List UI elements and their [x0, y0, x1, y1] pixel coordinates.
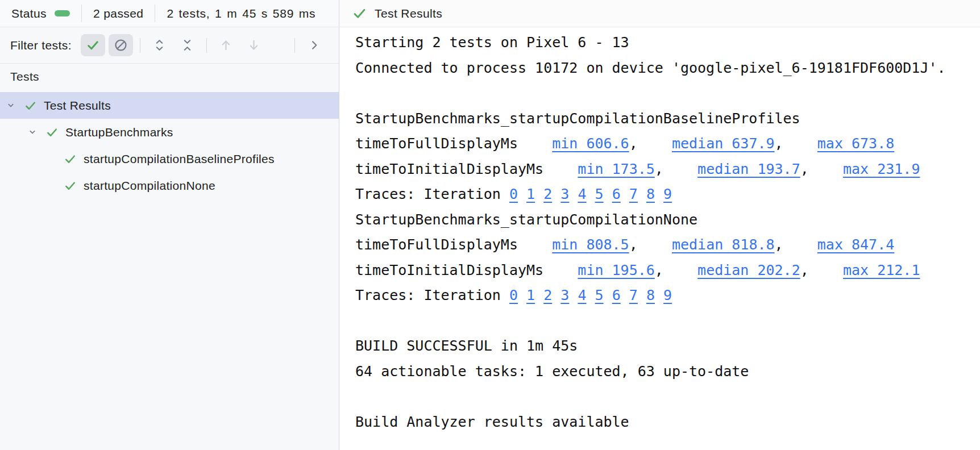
console-header: Test Results	[339, 0, 980, 27]
next-failed-test-button[interactable]	[242, 34, 266, 56]
console-link[interactable]: min 195.6	[578, 262, 654, 278]
previous-failed-test-button[interactable]	[214, 34, 238, 56]
filter-show-ignored-button[interactable]	[109, 34, 133, 56]
tree-header: Tests	[0, 64, 339, 90]
console-text: 64 actionable tasks: 1 executed, 63 up-t…	[355, 363, 749, 380]
console-link[interactable]: min 606.6	[552, 135, 629, 152]
console-link[interactable]: 7	[629, 287, 638, 303]
console-link[interactable]: 6	[612, 186, 621, 202]
console-link[interactable]: max 847.4	[817, 236, 894, 253]
check-icon	[86, 38, 100, 52]
console-text: timeToInitialDisplayMs	[355, 161, 578, 177]
console-link[interactable]: max 673.8	[817, 135, 894, 152]
console-text	[535, 186, 543, 202]
console-link[interactable]: 8	[646, 287, 655, 303]
console-text: timeToFullDisplayMs	[355, 135, 552, 152]
console-text	[655, 287, 663, 303]
console-text: ,	[800, 161, 843, 177]
console-text: Starting 2 tests on Pixel 6 - 13	[355, 34, 629, 51]
console-text: Connected to process 10172 on device 'go…	[355, 60, 946, 76]
slash-circle-icon	[114, 38, 128, 52]
console-line: timeToInitialDisplayMs min 195.6, median…	[355, 258, 980, 284]
console-link[interactable]: 8	[646, 186, 655, 202]
console-text: ,	[629, 236, 672, 253]
console-link[interactable]: min 808.5	[552, 236, 629, 253]
console-text	[518, 186, 526, 202]
console-line: StartupBenchmarks_startupCompilationBase…	[355, 106, 980, 132]
console-link[interactable]: 7	[629, 186, 638, 202]
status-bar: Status 2 passed 2 tests, 1 m 45 s 589 ms…	[0, 0, 980, 27]
console-text	[535, 287, 543, 303]
console-link[interactable]: min 173.5	[578, 161, 654, 177]
console-link[interactable]: median 202.2	[697, 262, 800, 278]
more-chevron-button[interactable]	[302, 34, 326, 56]
console-text	[518, 287, 526, 303]
console-text: BUILD SUCCESSFUL in 1m 45s	[355, 338, 578, 354]
check-icon	[352, 6, 367, 21]
tree-item[interactable]: startupCompilationNone	[0, 172, 339, 199]
expand-all-button[interactable]	[147, 34, 172, 56]
console-link[interactable]: 1	[526, 287, 535, 303]
console-text	[569, 287, 578, 303]
console-link[interactable]: 2	[543, 186, 552, 202]
console-link[interactable]: median 193.7	[697, 161, 800, 177]
console-link[interactable]: 4	[578, 287, 586, 303]
console-link[interactable]: 3	[560, 287, 569, 303]
test-tree-panel: Filter tests:	[0, 27, 339, 450]
console-link[interactable]: 0	[509, 287, 518, 303]
divider	[140, 38, 140, 53]
test-duration-label: 2 tests, 1 m 45 s 589 ms	[167, 7, 315, 20]
passed-count: 2 passed	[82, 0, 155, 27]
console-link[interactable]: max 231.9	[843, 161, 920, 177]
console-text: Traces: Iteration	[355, 186, 509, 202]
console-text	[604, 287, 612, 303]
tree-item[interactable]: startupCompilationBaselineProfiles	[0, 145, 339, 172]
console-line: Starting 2 tests on Pixel 6 - 13	[355, 30, 980, 56]
filter-show-passed-button[interactable]	[81, 34, 105, 56]
console-link[interactable]: 9	[663, 287, 672, 303]
console-link[interactable]: 6	[612, 287, 621, 303]
passed-count-label: 2 passed	[93, 7, 143, 20]
chevron-down-icon[interactable]	[6, 101, 16, 111]
collapse-all-button[interactable]	[175, 34, 200, 56]
chevron-right-icon	[308, 39, 321, 52]
tree-item-label: startupCompilationBaselineProfiles	[84, 152, 275, 166]
console-text: Traces: Iteration	[355, 287, 509, 303]
filter-tests-label: Filter tests:	[10, 39, 72, 52]
console-line: 64 actionable tasks: 1 executed, 63 up-t…	[355, 359, 980, 385]
console-link[interactable]: 3	[560, 186, 569, 202]
check-icon	[24, 99, 37, 112]
console-line: Connected to process 10172 on device 'go…	[355, 56, 980, 81]
console-line: BUILD SUCCESSFUL in 1m 45s	[355, 334, 980, 359]
arrow-down-icon	[247, 38, 261, 52]
console-link[interactable]: 9	[663, 186, 672, 202]
tree-item[interactable]: Test Results	[0, 92, 339, 119]
console-text	[621, 186, 629, 202]
console-text: ,	[800, 262, 843, 278]
console-line: timeToFullDisplayMs min 808.5, median 81…	[355, 232, 980, 258]
console-link[interactable]: median 637.9	[672, 135, 775, 152]
console-text: StartupBenchmarks_startupCompilationNone	[355, 211, 697, 228]
console-line	[355, 81, 980, 106]
console-text: ,	[629, 135, 672, 152]
console-link[interactable]: 4	[578, 186, 586, 202]
console-text	[587, 287, 595, 303]
status-bar-left: Status 2 passed 2 tests, 1 m 45 s 589 ms	[0, 0, 339, 27]
console-output[interactable]: Starting 2 tests on Pixel 6 - 13Connecte…	[339, 27, 980, 450]
status-label: Status	[11, 7, 47, 20]
console-text	[621, 287, 629, 303]
divider	[206, 38, 207, 53]
console-link[interactable]: 0	[509, 186, 518, 202]
tree-item[interactable]: StartupBenchmarks	[0, 119, 339, 145]
console-link[interactable]: max 212.1	[843, 262, 920, 278]
check-icon	[64, 152, 77, 165]
chevron-down-icon[interactable]	[27, 127, 38, 138]
collapse-all-icon	[180, 38, 194, 52]
console-link[interactable]: 5	[595, 186, 604, 202]
console-link[interactable]: 5	[595, 287, 604, 303]
console-link[interactable]: 1	[526, 186, 535, 202]
console-line: Build Analyzer results available	[355, 410, 980, 435]
console-link[interactable]: 2	[543, 287, 552, 303]
console-link[interactable]: median 818.8	[672, 236, 775, 253]
console-header-title: Test Results	[375, 7, 442, 20]
